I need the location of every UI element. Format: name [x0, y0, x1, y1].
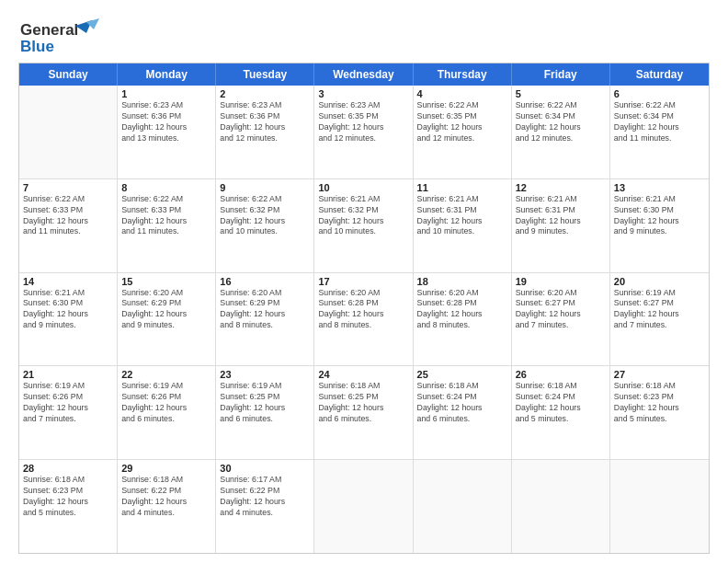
- day-number: 11: [417, 182, 507, 193]
- day-info: Sunrise: 6:20 AM Sunset: 6:27 PM Dayligh…: [516, 288, 606, 332]
- day-info: Sunrise: 6:18 AM Sunset: 6:23 PM Dayligh…: [23, 475, 113, 519]
- day-number: 18: [417, 276, 507, 287]
- day-number: 24: [318, 369, 408, 380]
- day-info: Sunrise: 6:18 AM Sunset: 6:25 PM Dayligh…: [318, 381, 408, 425]
- day-info: Sunrise: 6:17 AM Sunset: 6:22 PM Dayligh…: [220, 475, 310, 519]
- calendar-cell: 24Sunrise: 6:18 AM Sunset: 6:25 PM Dayli…: [314, 366, 413, 459]
- day-number: 22: [121, 369, 211, 380]
- day-info: Sunrise: 6:21 AM Sunset: 6:30 PM Dayligh…: [614, 194, 705, 238]
- day-number: 7: [23, 182, 113, 193]
- calendar-cell: 5Sunrise: 6:22 AM Sunset: 6:34 PM Daylig…: [512, 86, 610, 178]
- top-header: General Blue: [18, 17, 710, 55]
- day-info: Sunrise: 6:22 AM Sunset: 6:34 PM Dayligh…: [516, 100, 606, 144]
- day-info: Sunrise: 6:22 AM Sunset: 6:35 PM Dayligh…: [417, 100, 507, 144]
- day-number: 6: [614, 88, 705, 99]
- calendar-cell: [414, 460, 512, 553]
- calendar-body: 1Sunrise: 6:23 AM Sunset: 6:36 PM Daylig…: [19, 86, 709, 553]
- header-cell-thursday: Thursday: [414, 63, 512, 86]
- logo-svg: General Blue: [18, 17, 101, 55]
- day-number: 20: [614, 276, 705, 287]
- day-number: 19: [516, 276, 606, 287]
- day-info: Sunrise: 6:20 AM Sunset: 6:28 PM Dayligh…: [318, 288, 408, 332]
- day-info: Sunrise: 6:21 AM Sunset: 6:32 PM Dayligh…: [318, 194, 408, 238]
- calendar-cell: [610, 460, 709, 553]
- day-number: 30: [220, 463, 310, 474]
- header-cell-friday: Friday: [512, 63, 610, 86]
- day-number: 1: [121, 88, 211, 99]
- calendar-row-3: 14Sunrise: 6:21 AM Sunset: 6:30 PM Dayli…: [19, 273, 709, 367]
- svg-text:General: General: [20, 21, 78, 39]
- calendar-cell: 6Sunrise: 6:22 AM Sunset: 6:34 PM Daylig…: [610, 86, 709, 178]
- logo: General Blue: [18, 17, 101, 55]
- day-number: 23: [220, 369, 310, 380]
- day-info: Sunrise: 6:22 AM Sunset: 6:33 PM Dayligh…: [121, 194, 211, 238]
- calendar-cell: 2Sunrise: 6:23 AM Sunset: 6:36 PM Daylig…: [216, 86, 314, 178]
- calendar-cell: 3Sunrise: 6:23 AM Sunset: 6:35 PM Daylig…: [314, 86, 413, 178]
- calendar-cell: [512, 460, 610, 553]
- svg-text:Blue: Blue: [20, 38, 54, 55]
- day-number: 2: [220, 88, 310, 99]
- day-number: 12: [516, 182, 606, 193]
- day-info: Sunrise: 6:18 AM Sunset: 6:22 PM Dayligh…: [121, 475, 211, 519]
- day-number: 25: [417, 369, 507, 380]
- calendar-cell: 9Sunrise: 6:22 AM Sunset: 6:32 PM Daylig…: [216, 179, 314, 272]
- day-number: 27: [614, 369, 705, 380]
- day-number: 13: [614, 182, 705, 193]
- day-info: Sunrise: 6:23 AM Sunset: 6:36 PM Dayligh…: [220, 100, 310, 144]
- header-cell-saturday: Saturday: [610, 63, 709, 86]
- calendar-cell: 20Sunrise: 6:19 AM Sunset: 6:27 PM Dayli…: [610, 273, 709, 366]
- day-info: Sunrise: 6:18 AM Sunset: 6:23 PM Dayligh…: [614, 381, 705, 425]
- day-number: 3: [318, 88, 408, 99]
- header-cell-wednesday: Wednesday: [314, 63, 413, 86]
- day-info: Sunrise: 6:21 AM Sunset: 6:31 PM Dayligh…: [516, 194, 606, 238]
- day-number: 14: [23, 276, 113, 287]
- calendar-cell: 17Sunrise: 6:20 AM Sunset: 6:28 PM Dayli…: [314, 273, 413, 366]
- day-info: Sunrise: 6:23 AM Sunset: 6:36 PM Dayligh…: [121, 100, 211, 144]
- calendar-cell: 30Sunrise: 6:17 AM Sunset: 6:22 PM Dayli…: [216, 460, 314, 553]
- day-number: 26: [516, 369, 606, 380]
- calendar-row-2: 7Sunrise: 6:22 AM Sunset: 6:33 PM Daylig…: [19, 179, 709, 273]
- calendar-cell: 4Sunrise: 6:22 AM Sunset: 6:35 PM Daylig…: [414, 86, 512, 178]
- day-info: Sunrise: 6:22 AM Sunset: 6:32 PM Dayligh…: [220, 194, 310, 238]
- day-number: 29: [121, 463, 211, 474]
- day-number: 10: [318, 182, 408, 193]
- calendar-cell: 28Sunrise: 6:18 AM Sunset: 6:23 PM Dayli…: [19, 460, 118, 553]
- calendar-cell: 8Sunrise: 6:22 AM Sunset: 6:33 PM Daylig…: [118, 179, 216, 272]
- calendar-cell: 11Sunrise: 6:21 AM Sunset: 6:31 PM Dayli…: [414, 179, 512, 272]
- day-info: Sunrise: 6:19 AM Sunset: 6:25 PM Dayligh…: [220, 381, 310, 425]
- calendar-cell: 25Sunrise: 6:18 AM Sunset: 6:24 PM Dayli…: [414, 366, 512, 459]
- day-info: Sunrise: 6:18 AM Sunset: 6:24 PM Dayligh…: [417, 381, 507, 425]
- calendar-cell: 21Sunrise: 6:19 AM Sunset: 6:26 PM Dayli…: [19, 366, 118, 459]
- calendar-row-5: 28Sunrise: 6:18 AM Sunset: 6:23 PM Dayli…: [19, 460, 709, 553]
- day-number: 4: [417, 88, 507, 99]
- day-number: 16: [220, 276, 310, 287]
- calendar-cell: 1Sunrise: 6:23 AM Sunset: 6:36 PM Daylig…: [118, 86, 216, 178]
- calendar-row-4: 21Sunrise: 6:19 AM Sunset: 6:26 PM Dayli…: [19, 366, 709, 460]
- page: General Blue SundayMondayTuesdayWednesda…: [0, 0, 728, 563]
- header-cell-tuesday: Tuesday: [216, 63, 314, 86]
- calendar-cell: 29Sunrise: 6:18 AM Sunset: 6:22 PM Dayli…: [118, 460, 216, 553]
- day-number: 8: [121, 182, 211, 193]
- calendar-cell: [314, 460, 413, 553]
- day-info: Sunrise: 6:20 AM Sunset: 6:28 PM Dayligh…: [417, 288, 507, 332]
- day-number: 5: [516, 88, 606, 99]
- calendar-cell: 27Sunrise: 6:18 AM Sunset: 6:23 PM Dayli…: [610, 366, 709, 459]
- calendar-cell: 15Sunrise: 6:20 AM Sunset: 6:29 PM Dayli…: [118, 273, 216, 366]
- day-number: 9: [220, 182, 310, 193]
- day-info: Sunrise: 6:20 AM Sunset: 6:29 PM Dayligh…: [121, 288, 211, 332]
- header-cell-sunday: Sunday: [19, 63, 118, 86]
- day-info: Sunrise: 6:22 AM Sunset: 6:33 PM Dayligh…: [23, 194, 113, 238]
- calendar-header: SundayMondayTuesdayWednesdayThursdayFrid…: [19, 63, 709, 86]
- day-info: Sunrise: 6:20 AM Sunset: 6:29 PM Dayligh…: [220, 288, 310, 332]
- day-number: 15: [121, 276, 211, 287]
- calendar-cell: 12Sunrise: 6:21 AM Sunset: 6:31 PM Dayli…: [512, 179, 610, 272]
- calendar-cell: 19Sunrise: 6:20 AM Sunset: 6:27 PM Dayli…: [512, 273, 610, 366]
- day-info: Sunrise: 6:22 AM Sunset: 6:34 PM Dayligh…: [614, 100, 705, 144]
- day-info: Sunrise: 6:19 AM Sunset: 6:27 PM Dayligh…: [614, 288, 705, 332]
- calendar-row-1: 1Sunrise: 6:23 AM Sunset: 6:36 PM Daylig…: [19, 86, 709, 179]
- day-info: Sunrise: 6:19 AM Sunset: 6:26 PM Dayligh…: [23, 381, 113, 425]
- calendar-cell: 13Sunrise: 6:21 AM Sunset: 6:30 PM Dayli…: [610, 179, 709, 272]
- day-number: 28: [23, 463, 113, 474]
- calendar-cell: 16Sunrise: 6:20 AM Sunset: 6:29 PM Dayli…: [216, 273, 314, 366]
- calendar-cell: 26Sunrise: 6:18 AM Sunset: 6:24 PM Dayli…: [512, 366, 610, 459]
